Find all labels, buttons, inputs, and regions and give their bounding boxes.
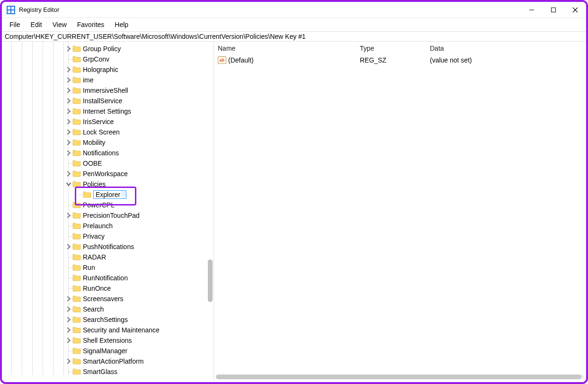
folder-icon xyxy=(72,358,81,365)
window-title: Registry Editor xyxy=(19,6,59,13)
folder-icon xyxy=(72,118,81,125)
values-pane: Name Type Data ab(Default)REG_SZ(value n… xyxy=(214,42,586,380)
tree-item[interactable]: Privacy xyxy=(2,231,207,241)
tree-item[interactable]: Group Policy xyxy=(2,44,207,54)
tree-item[interactable]: RunNotification xyxy=(2,273,207,283)
folder-icon xyxy=(72,150,81,156)
tree-item[interactable]: SignalManager xyxy=(2,346,207,356)
tree-item[interactable]: SearchSettings xyxy=(2,314,207,325)
folder-icon xyxy=(72,181,81,188)
svg-rect-4 xyxy=(11,10,14,13)
column-header-data[interactable]: Data xyxy=(430,45,582,52)
tree-item[interactable]: SmartGlass xyxy=(2,366,207,375)
tree-item-label: Mobility xyxy=(83,139,105,146)
tree-item[interactable]: Screensavers xyxy=(2,294,207,304)
folder-icon xyxy=(72,212,81,219)
address-bar[interactable]: Computer\HKEY_CURRENT_USER\Software\Micr… xyxy=(2,31,586,42)
folder-icon xyxy=(72,202,81,208)
column-header-name[interactable]: Name xyxy=(218,45,360,52)
folder-icon xyxy=(72,368,81,375)
window-controls xyxy=(521,2,586,18)
svg-rect-3 xyxy=(8,10,10,13)
tree-item[interactable]: Shell Extensions xyxy=(2,335,207,346)
tree-item-label: Lock Screen xyxy=(83,128,120,136)
tree-item[interactable]: Policies xyxy=(2,179,207,189)
tree-item-label: RADAR xyxy=(83,253,106,261)
tree-rename-input[interactable] xyxy=(93,190,126,199)
maximize-button[interactable] xyxy=(543,2,564,18)
tree-item-label: Holographic xyxy=(83,66,118,73)
tree-item-label: SmartActionPlatform xyxy=(83,357,143,365)
folder-icon xyxy=(72,264,81,271)
tree-item-label: RunNotification xyxy=(83,274,128,282)
tree-item-label: Run xyxy=(83,264,95,271)
tree-item[interactable] xyxy=(2,189,207,200)
tree-item[interactable]: SmartActionPlatform xyxy=(2,356,207,366)
tree-item[interactable]: Holographic xyxy=(2,64,207,75)
tree-item[interactable]: Search xyxy=(2,304,207,314)
tree-item[interactable]: Notifications xyxy=(2,148,207,158)
tree-item[interactable]: Mobility xyxy=(2,137,207,148)
tree-item[interactable]: OOBE xyxy=(2,158,207,169)
folder-icon xyxy=(72,223,81,229)
tree-item-label: SignalManager xyxy=(83,347,127,355)
menu-favorites[interactable]: Favorites xyxy=(72,20,109,29)
tree-item[interactable]: Lock Screen xyxy=(2,127,207,137)
tree-item[interactable]: Internet Settings xyxy=(2,106,207,116)
tree-item-label: PowerCPL xyxy=(83,201,115,209)
tree-item[interactable]: ImmersiveShell xyxy=(2,85,207,96)
tree-item[interactable]: InstallService xyxy=(2,96,207,106)
tree-item-label: Group Policy xyxy=(83,45,121,53)
tree-item-label: InstallService xyxy=(83,97,122,105)
tree-item[interactable]: GrpConv xyxy=(2,54,207,64)
tree-item-label: Internet Settings xyxy=(83,107,131,115)
folder-icon xyxy=(72,275,81,281)
folder-icon xyxy=(72,327,81,333)
value-row[interactable]: ab(Default)REG_SZ(value not set) xyxy=(218,55,582,65)
tree-item[interactable]: PowerCPL xyxy=(2,200,207,210)
values-header[interactable]: Name Type Data xyxy=(214,42,586,55)
tree-item[interactable]: PrecisionTouchPad xyxy=(2,210,207,221)
tree-item-label: GrpConv xyxy=(83,55,109,63)
menu-edit[interactable]: Edit xyxy=(26,20,47,29)
tree-item-label: Prelaunch xyxy=(83,222,113,230)
tree-item[interactable]: RunOnce xyxy=(2,283,207,294)
tree-item-label: Privacy xyxy=(83,232,105,240)
folder-icon xyxy=(72,160,81,167)
tree-item[interactable]: PenWorkspace xyxy=(2,169,207,179)
folder-icon xyxy=(72,139,81,146)
tree-item[interactable]: RADAR xyxy=(2,252,207,262)
folder-icon xyxy=(72,233,81,240)
tree-item[interactable]: Prelaunch xyxy=(2,221,207,231)
tree-item[interactable]: Run xyxy=(2,262,207,273)
tree-item-label: Screensavers xyxy=(83,295,124,303)
folder-icon xyxy=(72,316,81,323)
folder-icon xyxy=(72,87,81,94)
tree-item-label: Search xyxy=(83,305,104,313)
folder-icon xyxy=(72,254,81,260)
folder-icon xyxy=(72,348,81,354)
tree-pane: Group PolicyGrpConvHolographicimeImmersi… xyxy=(2,42,214,380)
menu-file[interactable]: File xyxy=(5,20,25,29)
tree-item[interactable]: ime xyxy=(2,75,207,85)
folder-icon xyxy=(72,285,81,292)
tree-item[interactable]: PushNotifications xyxy=(2,241,207,252)
menu-view[interactable]: View xyxy=(48,20,71,29)
titlebar: Registry Editor xyxy=(2,2,586,18)
menu-help[interactable]: Help xyxy=(110,20,133,29)
folder-icon xyxy=(72,129,81,135)
minimize-button[interactable] xyxy=(521,2,543,18)
column-header-type[interactable]: Type xyxy=(360,45,430,52)
tree-item-label: IrisService xyxy=(83,118,114,125)
folder-icon xyxy=(72,108,81,115)
close-button[interactable] xyxy=(564,2,586,18)
tree-item-label: SmartGlass xyxy=(83,368,117,375)
values-h-scrollbar[interactable] xyxy=(214,374,586,380)
tree-item-label: Security and Maintenance xyxy=(83,326,160,334)
tree-item[interactable]: Security and Maintenance xyxy=(2,325,207,335)
tree-item[interactable]: IrisService xyxy=(2,116,207,127)
folder-icon xyxy=(72,337,81,344)
svg-rect-1 xyxy=(8,7,10,9)
tree-scrollbar[interactable] xyxy=(208,42,213,375)
svg-rect-6 xyxy=(552,8,556,12)
